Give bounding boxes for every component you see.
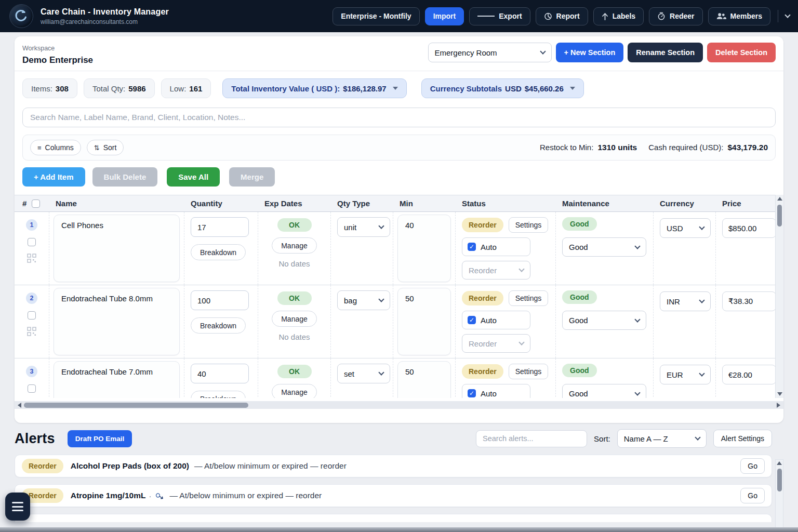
alert-settings-button[interactable]: Alert Settings (713, 430, 772, 447)
menu-fab-button[interactable] (5, 493, 30, 521)
maintenance-good-badge: Good (562, 364, 597, 377)
min-field[interactable]: 40 (397, 215, 451, 282)
price-input[interactable] (722, 365, 776, 384)
alerts-vertical-scrollbar[interactable] (775, 459, 783, 532)
delete-section-button[interactable]: Delete Section (707, 43, 776, 62)
top-header: Care Chain - Inventory Manager william@c… (0, 0, 798, 32)
alert-message: — At/below minimum or expired — reorder (194, 461, 347, 471)
currency-select[interactable]: EUR (660, 365, 711, 384)
currency-column-label: Currency (654, 195, 716, 211)
quantity-input[interactable] (191, 217, 249, 237)
add-item-button[interactable]: + Add Item (22, 167, 85, 187)
min-field[interactable]: 50 (397, 361, 451, 398)
scroll-down-arrow[interactable] (777, 392, 782, 396)
qty-type-select[interactable]: unit (337, 217, 390, 237)
price-input[interactable] (722, 291, 776, 311)
export-button[interactable]: Export (469, 7, 530, 25)
price-input[interactable] (722, 218, 776, 238)
currency-select[interactable]: INR (660, 291, 711, 311)
maintenance-select[interactable]: Good (562, 311, 646, 330)
alerts-sort-select[interactable]: Name A — Z (617, 429, 707, 448)
auto-checkbox[interactable]: ✓ (468, 243, 476, 251)
name-column-label: Name (49, 195, 184, 211)
row-checkbox[interactable] (28, 384, 36, 393)
qty-type-select[interactable]: bag (337, 290, 390, 310)
row-checkbox[interactable] (28, 238, 36, 246)
status-column-label: Status (456, 195, 556, 211)
breakdown-button[interactable]: Breakdown (191, 244, 246, 260)
chevron-down-icon (540, 48, 546, 54)
merge-button[interactable]: Merge (229, 167, 275, 187)
go-button[interactable]: Go (740, 488, 765, 503)
breakdown-button[interactable]: Breakdown (191, 317, 246, 334)
labels-button[interactable]: Labels (593, 7, 644, 25)
scrollbar-thumb[interactable] (777, 205, 782, 227)
status-settings-button[interactable]: Settings (509, 364, 549, 379)
auto-checkbox-group[interactable]: ✓ Auto (462, 237, 530, 256)
scroll-up-arrow[interactable] (777, 461, 782, 465)
chevron-down-icon (518, 266, 524, 272)
auto-checkbox-group[interactable]: ✓ Auto (462, 311, 530, 329)
alerts-search-input[interactable] (476, 430, 587, 447)
rename-section-button[interactable]: Rename Section (628, 43, 703, 62)
bulk-delete-button[interactable]: Bulk Delete (92, 167, 158, 187)
reorder-select[interactable]: Reorder (462, 261, 530, 280)
members-button[interactable]: Members (708, 7, 770, 25)
table-vertical-scrollbar[interactable] (775, 195, 783, 398)
no-dates-text: No dates (278, 332, 310, 341)
draft-po-email-button[interactable]: Draft PO Email (68, 430, 132, 447)
min-field[interactable]: 50 (397, 288, 451, 355)
inventory-table: # Name Quantity Exp Dates Qty Type Min S… (15, 195, 783, 398)
chevron-down-icon (699, 297, 704, 303)
qr-code-icon[interactable] (27, 327, 36, 336)
go-button[interactable]: Go (740, 458, 765, 474)
scrollbar-thumb[interactable] (24, 403, 248, 408)
search-input[interactable] (22, 108, 776, 127)
report-button[interactable]: Report (536, 7, 588, 25)
status-settings-button[interactable]: Settings (509, 290, 549, 306)
quantity-input[interactable] (191, 290, 249, 310)
table-body: 1 Cell Phones Breakdown OK Manage No dat… (15, 212, 783, 398)
scroll-up-arrow[interactable] (777, 197, 782, 201)
redeem-button[interactable]: Redeer (649, 7, 702, 25)
auto-checkbox[interactable]: ✓ (468, 316, 476, 324)
row-checkbox[interactable] (28, 311, 36, 320)
qty-type-select[interactable]: set (337, 364, 390, 383)
chevron-down-icon[interactable] (784, 12, 790, 18)
breakdown-button[interactable]: Breakdown (191, 391, 246, 398)
table-toolbar: ≡ Columns ⇅ Sort Restock to Min: 1310 un… (22, 135, 776, 161)
scroll-left-arrow[interactable] (18, 403, 21, 408)
section-select[interactable]: Emergency Room (428, 43, 552, 62)
table-horizontal-scrollbar[interactable] (15, 401, 783, 409)
scrollbar-thumb[interactable] (777, 469, 782, 491)
columns-button[interactable]: ≡ Columns (30, 140, 81, 155)
qr-code-icon[interactable] (27, 254, 36, 263)
item-name-field[interactable]: Endotracheal Tube 7.0mm (54, 361, 180, 398)
clock-icon (657, 12, 666, 20)
sort-button[interactable]: ⇅ Sort (87, 140, 124, 155)
maintenance-column-label: Maintenance (556, 195, 654, 211)
select-all-checkbox[interactable] (32, 200, 40, 208)
maintenance-select[interactable]: Good (562, 237, 646, 257)
item-name-field[interactable]: Endotracheal Tube 8.0mm (54, 288, 180, 355)
auto-checkbox[interactable]: ✓ (468, 389, 476, 397)
new-section-button[interactable]: + New Section (556, 43, 624, 62)
maintenance-select[interactable]: Good (562, 384, 646, 398)
scroll-right-arrow[interactable] (777, 403, 780, 408)
import-button[interactable]: Import (425, 7, 464, 25)
quantity-input[interactable] (191, 364, 249, 383)
manage-dates-button[interactable]: Manage (272, 384, 317, 398)
currency-select[interactable]: USD (660, 218, 711, 238)
inventory-value-stat[interactable]: Total Inventory Value ( USD ):$186,128.9… (222, 78, 406, 98)
reorder-select[interactable]: Reorder (462, 334, 530, 353)
auto-checkbox-group[interactable]: ✓ Auto (462, 384, 530, 398)
plan-button[interactable]: Enterprise - Montfily (332, 7, 419, 25)
manage-dates-button[interactable]: Manage (272, 237, 317, 254)
alerts-title: Alerts (15, 431, 55, 447)
currency-subtotals-stat[interactable]: Currency Subtotals USD $45,660.26 (421, 78, 584, 98)
save-all-button[interactable]: Save All (167, 167, 220, 187)
chevron-down-icon (634, 316, 640, 322)
item-name-field[interactable]: Cell Phones (54, 215, 180, 282)
manage-dates-button[interactable]: Manage (272, 311, 317, 327)
status-settings-button[interactable]: Settings (509, 217, 549, 233)
